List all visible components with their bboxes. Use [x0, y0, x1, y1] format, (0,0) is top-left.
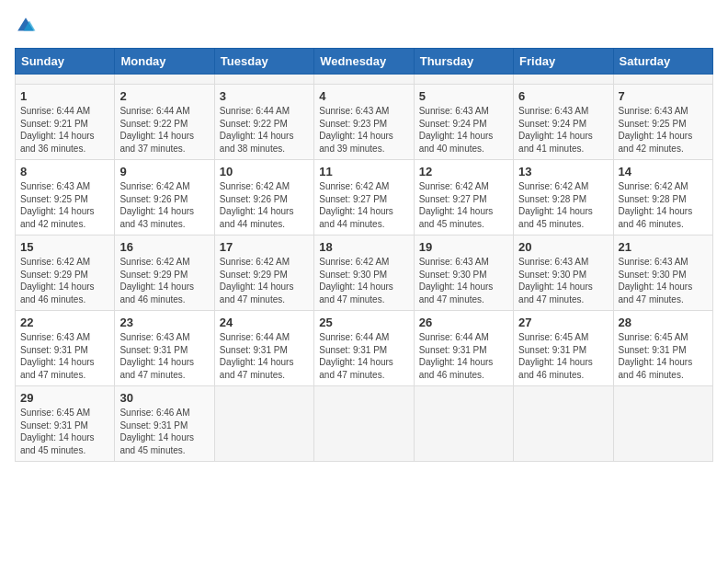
- day-info: Sunrise: 6:43 AMSunset: 9:25 PMDaylight:…: [619, 105, 708, 155]
- calendar-day-cell: 2Sunrise: 6:44 AMSunset: 9:22 PMDaylight…: [115, 85, 214, 160]
- calendar-day-cell: 24Sunrise: 6:44 AMSunset: 9:31 PMDayligh…: [214, 311, 313, 386]
- day-info: Sunrise: 6:42 AMSunset: 9:29 PMDaylight:…: [20, 256, 109, 305]
- day-info: Sunrise: 6:42 AMSunset: 9:28 PMDaylight:…: [518, 180, 608, 230]
- header: [15, 15, 713, 37]
- day-of-week-header: Friday: [514, 49, 613, 75]
- calendar-day-cell: 11Sunrise: 6:42 AMSunset: 9:27 PMDayligh…: [314, 160, 414, 236]
- day-info: Sunrise: 6:42 AMSunset: 9:29 PMDaylight:…: [119, 256, 209, 305]
- day-info: Sunrise: 6:42 AMSunset: 9:28 PMDaylight:…: [619, 180, 708, 230]
- day-info: Sunrise: 6:44 AMSunset: 9:31 PMDaylight:…: [220, 331, 309, 381]
- calendar-day-cell: 28Sunrise: 6:45 AMSunset: 9:31 PMDayligh…: [613, 311, 712, 386]
- calendar-body: 1Sunrise: 6:44 AMSunset: 9:21 PMDaylight…: [16, 75, 713, 462]
- calendar-week-row: 29Sunrise: 6:45 AMSunset: 9:31 PMDayligh…: [16, 386, 713, 462]
- calendar-day-cell: 27Sunrise: 6:45 AMSunset: 9:31 PMDayligh…: [514, 311, 613, 386]
- day-info: Sunrise: 6:44 AMSunset: 9:31 PMDaylight:…: [419, 331, 508, 381]
- calendar-week-row: 22Sunrise: 6:43 AMSunset: 9:31 PMDayligh…: [16, 311, 713, 386]
- day-info: Sunrise: 6:42 AMSunset: 9:26 PMDaylight:…: [119, 180, 209, 230]
- day-info: Sunrise: 6:45 AMSunset: 9:31 PMDaylight:…: [619, 331, 708, 381]
- day-number: 25: [319, 316, 408, 329]
- day-number: 4: [319, 89, 408, 103]
- calendar-day-cell: 7Sunrise: 6:43 AMSunset: 9:25 PMDaylight…: [613, 85, 712, 160]
- calendar-day-cell: 22Sunrise: 6:43 AMSunset: 9:31 PMDayligh…: [16, 311, 115, 386]
- calendar-day-cell: 1Sunrise: 6:44 AMSunset: 9:21 PMDaylight…: [16, 85, 115, 160]
- day-info: Sunrise: 6:44 AMSunset: 9:31 PMDaylight:…: [319, 331, 408, 381]
- calendar-day-cell: 25Sunrise: 6:44 AMSunset: 9:31 PMDayligh…: [314, 311, 414, 386]
- calendar-day-cell: 6Sunrise: 6:43 AMSunset: 9:24 PMDaylight…: [514, 85, 613, 160]
- day-number: 3: [220, 89, 309, 103]
- calendar-day-cell: 30Sunrise: 6:46 AMSunset: 9:31 PMDayligh…: [115, 386, 214, 462]
- calendar-day-cell: 26Sunrise: 6:44 AMSunset: 9:31 PMDayligh…: [414, 311, 513, 386]
- calendar-day-cell: [16, 75, 115, 85]
- day-info: Sunrise: 6:42 AMSunset: 9:27 PMDaylight:…: [419, 180, 508, 230]
- calendar-week-row: 8Sunrise: 6:43 AMSunset: 9:25 PMDaylight…: [16, 160, 713, 236]
- calendar-day-cell: 5Sunrise: 6:43 AMSunset: 9:24 PMDaylight…: [414, 85, 513, 160]
- day-of-week-header: Wednesday: [314, 49, 414, 75]
- day-of-week-header: Sunday: [16, 49, 115, 75]
- day-info: Sunrise: 6:44 AMSunset: 9:22 PMDaylight:…: [119, 105, 209, 155]
- day-info: Sunrise: 6:43 AMSunset: 9:31 PMDaylight:…: [119, 331, 209, 381]
- calendar-day-cell: 3Sunrise: 6:44 AMSunset: 9:22 PMDaylight…: [214, 85, 313, 160]
- calendar-day-cell: [314, 75, 414, 85]
- calendar-day-cell: 21Sunrise: 6:43 AMSunset: 9:30 PMDayligh…: [613, 236, 712, 311]
- day-info: Sunrise: 6:42 AMSunset: 9:26 PMDaylight:…: [220, 180, 309, 230]
- day-number: 28: [619, 316, 708, 329]
- day-number: 12: [419, 165, 508, 178]
- day-number: 10: [220, 165, 309, 178]
- calendar-day-cell: 18Sunrise: 6:42 AMSunset: 9:30 PMDayligh…: [314, 236, 414, 311]
- day-of-week-header: Tuesday: [214, 49, 313, 75]
- calendar-day-cell: 20Sunrise: 6:43 AMSunset: 9:30 PMDayligh…: [514, 236, 613, 311]
- day-info: Sunrise: 6:43 AMSunset: 9:24 PMDaylight:…: [518, 105, 608, 155]
- logo-icon: [15, 15, 37, 37]
- day-number: 16: [119, 240, 209, 254]
- calendar-day-cell: [514, 386, 613, 462]
- day-number: 2: [119, 89, 209, 103]
- calendar-header: SundayMondayTuesdayWednesdayThursdayFrid…: [16, 49, 713, 75]
- calendar-day-cell: 23Sunrise: 6:43 AMSunset: 9:31 PMDayligh…: [115, 311, 214, 386]
- day-info: Sunrise: 6:42 AMSunset: 9:30 PMDaylight:…: [319, 256, 408, 305]
- day-number: 17: [220, 240, 309, 254]
- day-number: 1: [20, 89, 109, 103]
- calendar-week-row: 15Sunrise: 6:42 AMSunset: 9:29 PMDayligh…: [16, 236, 713, 311]
- day-number: 15: [20, 240, 109, 254]
- logo: [15, 15, 40, 37]
- day-info: Sunrise: 6:43 AMSunset: 9:24 PMDaylight:…: [419, 105, 508, 155]
- calendar-week-row: 1Sunrise: 6:44 AMSunset: 9:21 PMDaylight…: [16, 85, 713, 160]
- day-of-week-header: Monday: [115, 49, 214, 75]
- calendar-day-cell: 17Sunrise: 6:42 AMSunset: 9:29 PMDayligh…: [214, 236, 313, 311]
- calendar-day-cell: [314, 386, 414, 462]
- calendar-day-cell: [214, 75, 313, 85]
- calendar-day-cell: 10Sunrise: 6:42 AMSunset: 9:26 PMDayligh…: [214, 160, 313, 236]
- calendar-day-cell: [514, 75, 613, 85]
- day-number: 9: [119, 165, 209, 178]
- calendar-day-cell: 12Sunrise: 6:42 AMSunset: 9:27 PMDayligh…: [414, 160, 513, 236]
- day-info: Sunrise: 6:44 AMSunset: 9:21 PMDaylight:…: [20, 105, 109, 155]
- day-number: 26: [419, 316, 508, 329]
- day-number: 11: [319, 165, 408, 178]
- calendar-day-cell: [613, 75, 712, 85]
- day-info: Sunrise: 6:45 AMSunset: 9:31 PMDaylight:…: [20, 407, 109, 456]
- calendar-day-cell: [115, 75, 214, 85]
- calendar-day-cell: 15Sunrise: 6:42 AMSunset: 9:29 PMDayligh…: [16, 236, 115, 311]
- day-number: 8: [20, 165, 109, 178]
- calendar-day-cell: [414, 386, 513, 462]
- day-info: Sunrise: 6:43 AMSunset: 9:25 PMDaylight:…: [20, 180, 109, 230]
- day-number: 18: [319, 240, 408, 254]
- day-number: 14: [619, 165, 708, 178]
- day-number: 20: [518, 240, 608, 254]
- calendar-day-cell: [214, 386, 313, 462]
- day-info: Sunrise: 6:45 AMSunset: 9:31 PMDaylight:…: [518, 331, 608, 381]
- calendar-day-cell: 19Sunrise: 6:43 AMSunset: 9:30 PMDayligh…: [414, 236, 513, 311]
- days-of-week-row: SundayMondayTuesdayWednesdayThursdayFrid…: [16, 49, 713, 75]
- day-number: 27: [518, 316, 608, 329]
- calendar-day-cell: 29Sunrise: 6:45 AMSunset: 9:31 PMDayligh…: [16, 386, 115, 462]
- calendar-day-cell: 8Sunrise: 6:43 AMSunset: 9:25 PMDaylight…: [16, 160, 115, 236]
- calendar-table: SundayMondayTuesdayWednesdayThursdayFrid…: [15, 48, 713, 462]
- day-number: 21: [619, 240, 708, 254]
- day-info: Sunrise: 6:43 AMSunset: 9:31 PMDaylight:…: [20, 331, 109, 381]
- day-info: Sunrise: 6:42 AMSunset: 9:29 PMDaylight:…: [220, 256, 309, 305]
- day-info: Sunrise: 6:43 AMSunset: 9:30 PMDaylight:…: [518, 256, 608, 305]
- day-number: 7: [619, 89, 708, 103]
- day-info: Sunrise: 6:43 AMSunset: 9:23 PMDaylight:…: [319, 105, 408, 155]
- calendar-day-cell: 9Sunrise: 6:42 AMSunset: 9:26 PMDaylight…: [115, 160, 214, 236]
- calendar-day-cell: 13Sunrise: 6:42 AMSunset: 9:28 PMDayligh…: [514, 160, 613, 236]
